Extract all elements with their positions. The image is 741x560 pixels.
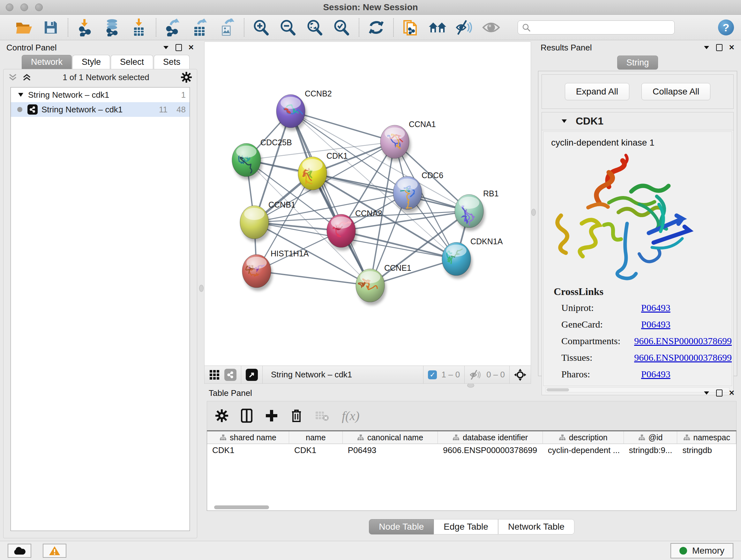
zoom-fit-button[interactable] bbox=[306, 18, 324, 37]
open-session-button[interactable] bbox=[15, 18, 33, 37]
cell-namespac[interactable]: stringdb bbox=[677, 444, 736, 456]
node-CCNB2[interactable]: CCNB2 bbox=[276, 89, 332, 131]
expand-all-button[interactable]: Expand All bbox=[565, 83, 629, 100]
zoom-out-button[interactable] bbox=[279, 18, 297, 37]
panel-float-button[interactable] bbox=[176, 44, 182, 51]
edge-CCNB2-CCNE1[interactable] bbox=[291, 111, 370, 286]
export-image-button[interactable] bbox=[218, 18, 236, 37]
cloud-button[interactable] bbox=[8, 544, 31, 558]
panel-float-button[interactable] bbox=[716, 44, 723, 51]
tab-node-table[interactable]: Node Table bbox=[369, 519, 434, 535]
show-graphics-button[interactable] bbox=[482, 18, 500, 37]
crosslink-link[interactable]: P06493 bbox=[641, 319, 670, 330]
save-session-button[interactable] bbox=[42, 18, 60, 37]
table-horizontal-scrollbar[interactable] bbox=[210, 505, 737, 510]
export-network-button[interactable] bbox=[164, 18, 183, 37]
tree-expander-icon[interactable] bbox=[18, 92, 23, 97]
help-button[interactable]: ? bbox=[718, 19, 734, 36]
node-HIST1H1A[interactable]: HIST1H1A bbox=[242, 249, 309, 291]
search-input[interactable] bbox=[518, 20, 675, 35]
panel-menu-icon[interactable] bbox=[163, 45, 169, 50]
column-header-shared-name[interactable]: shared name bbox=[207, 431, 289, 443]
network-options-gear-icon[interactable] bbox=[181, 72, 192, 83]
crosslink-link[interactable]: P06493 bbox=[641, 369, 670, 380]
crosslink-link[interactable]: 9606.ENSP00000378699 bbox=[634, 352, 732, 363]
panel-close-button[interactable]: ✕ bbox=[729, 44, 735, 51]
column-header-description[interactable]: description bbox=[543, 431, 624, 443]
crosslink-link[interactable]: P06493 bbox=[641, 302, 670, 313]
zoom-in-button[interactable] bbox=[252, 18, 271, 37]
column-header-@id[interactable]: @id bbox=[624, 431, 677, 443]
warnings-button[interactable] bbox=[43, 544, 66, 558]
node-CDC6[interactable]: CDC6 bbox=[393, 171, 443, 212]
column-header-name[interactable]: name bbox=[289, 431, 343, 443]
column-header-database-identifier[interactable]: database identifier bbox=[438, 431, 542, 443]
protein-structure-image bbox=[543, 148, 735, 283]
network-collection-row[interactable]: String Network – cdk1 1 bbox=[11, 87, 190, 102]
pan-crosshair-icon[interactable] bbox=[514, 369, 526, 381]
tab-string-results[interactable]: String bbox=[617, 56, 658, 70]
network-row[interactable]: String Network – cdk1 11 48 bbox=[11, 102, 190, 117]
expand-all-icon[interactable] bbox=[23, 73, 31, 81]
cell-canonical-name[interactable]: P06493 bbox=[343, 444, 438, 456]
node-RB1[interactable]: RB1 bbox=[455, 189, 499, 231]
string-document-icon bbox=[403, 18, 419, 37]
column-header-canonical-name[interactable]: canonical name bbox=[343, 431, 438, 443]
network-canvas[interactable]: CCNB2CCNA1CDC25BCDK1CDC6RB1CCNB1CCNA2CDK… bbox=[205, 42, 531, 366]
node-CCNA1[interactable]: CCNA1 bbox=[381, 120, 436, 162]
panel-menu-icon[interactable] bbox=[703, 391, 710, 395]
import-table-file-button[interactable] bbox=[130, 18, 148, 37]
panel-float-button[interactable] bbox=[716, 389, 723, 396]
tab-style[interactable]: Style bbox=[72, 55, 110, 69]
birds-eye-view-icon[interactable] bbox=[209, 369, 220, 380]
left-splitter-handle[interactable] bbox=[199, 285, 204, 292]
node-CCNB1[interactable]: CCNB1 bbox=[240, 200, 295, 242]
string-home-button[interactable] bbox=[428, 18, 447, 37]
panel-close-button[interactable]: ✕ bbox=[729, 389, 735, 396]
tab-sets[interactable]: Sets bbox=[154, 55, 190, 69]
column-header-namespac[interactable]: namespac bbox=[677, 431, 736, 443]
gene-section-header[interactable]: CDK1 bbox=[542, 112, 733, 130]
panel-menu-icon[interactable] bbox=[703, 45, 710, 50]
edge-CDK1-RB1[interactable] bbox=[313, 173, 469, 211]
hide-unhide-button[interactable] bbox=[455, 18, 474, 37]
node-CCNE1[interactable]: CCNE1 bbox=[356, 263, 411, 305]
table-options-gear-icon[interactable] bbox=[215, 409, 228, 422]
zoom-selected-button[interactable] bbox=[333, 18, 351, 37]
string-document-button[interactable] bbox=[401, 18, 420, 37]
section-expander-icon[interactable] bbox=[561, 119, 567, 124]
export-view-icon[interactable] bbox=[246, 369, 258, 381]
zoom-window-button[interactable] bbox=[35, 3, 43, 11]
selected-nodes-checkbox[interactable]: ✓ bbox=[428, 370, 437, 379]
collapse-all-icon[interactable] bbox=[9, 73, 17, 81]
export-table-button[interactable] bbox=[191, 18, 209, 37]
minimize-window-button[interactable] bbox=[20, 3, 28, 11]
import-network-file-button[interactable] bbox=[76, 18, 94, 37]
edge-HIST1H1A-CCNE1[interactable] bbox=[257, 271, 370, 286]
node-CDC25B[interactable]: CDC25B bbox=[232, 138, 292, 180]
add-column-icon[interactable] bbox=[265, 409, 278, 422]
table-row[interactable]: CDK1CDK1P064939606.ENSP00000378699cyclin… bbox=[207, 444, 736, 456]
cell-shared-name[interactable]: CDK1 bbox=[207, 444, 289, 456]
import-network-database-button[interactable] bbox=[103, 18, 121, 37]
memory-button[interactable]: Memory bbox=[670, 543, 733, 558]
collapse-all-button[interactable]: Collapse All bbox=[642, 83, 711, 100]
cell-@id[interactable]: stringdb:9... bbox=[624, 444, 677, 456]
crosslink-link[interactable]: 9606.ENSP00000378699 bbox=[634, 335, 732, 347]
tab-select[interactable]: Select bbox=[111, 55, 153, 69]
panel-close-button[interactable]: ✕ bbox=[188, 44, 194, 51]
right-splitter-handle[interactable] bbox=[531, 209, 536, 216]
string-view-icon[interactable] bbox=[224, 369, 237, 381]
close-window-button[interactable] bbox=[6, 3, 13, 11]
apply-layout-button[interactable] bbox=[367, 18, 386, 37]
cell-database-identifier[interactable]: 9606.ENSP00000378699 bbox=[438, 444, 542, 456]
delete-column-icon[interactable] bbox=[291, 409, 302, 423]
cell-description[interactable]: cyclin-dependent ... bbox=[543, 444, 624, 456]
node-CDK1[interactable]: CDK1 bbox=[298, 151, 348, 193]
tab-network-table[interactable]: Network Table bbox=[498, 519, 575, 535]
show-columns-icon[interactable] bbox=[241, 409, 253, 423]
cell-name[interactable]: CDK1 bbox=[289, 444, 343, 456]
node-CDKN1A[interactable]: CDKN1A bbox=[442, 237, 503, 279]
tab-network[interactable]: Network bbox=[22, 55, 72, 69]
tab-edge-table[interactable]: Edge Table bbox=[434, 519, 498, 535]
